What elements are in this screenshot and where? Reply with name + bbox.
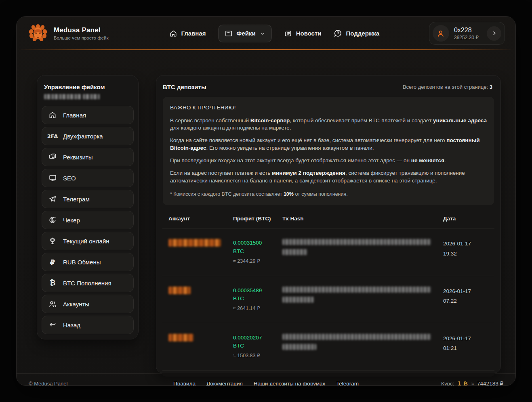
main-nav: Главная Фейки Новости xyxy=(169,25,380,42)
nav-label: Новости xyxy=(296,30,322,37)
sidebar-item-2fa[interactable]: 2FA Двухфакторка xyxy=(42,127,134,145)
txhash-cell xyxy=(282,287,443,307)
profit-cell: 0.00020207 BTC ≈ 1503.83 ₽ xyxy=(233,334,282,360)
col-header-account: Аккаунт xyxy=(168,216,233,222)
footer-link-rules[interactable]: Правила xyxy=(173,381,196,386)
date-cell: 2026-01-17 01:21 xyxy=(443,334,488,354)
medusa-logo-icon xyxy=(28,23,48,44)
user-info: 0x228 39252.30 ₽ xyxy=(454,27,479,40)
sidebar-item-checker[interactable]: Чекер xyxy=(42,211,134,229)
profit-cell: 0.00031500 BTC ≈ 2344.29 ₽ xyxy=(233,239,282,265)
footer-link-telegram[interactable]: Telegram xyxy=(336,381,359,386)
bitcoin-icon: ₿ xyxy=(48,278,57,287)
col-header-profit: Профит (BTC) xyxy=(233,216,282,222)
btc-deposits-card: BTC депозиты Всего депозитов на этой стр… xyxy=(156,75,501,373)
brand-tagline: Больше чем просто фейк xyxy=(54,36,109,40)
redacted-account-name xyxy=(168,239,221,247)
sidebar-item-seo[interactable]: SEO xyxy=(42,169,134,187)
brand-text: Medusa Panel Больше чем просто фейк xyxy=(54,26,109,40)
redacted-account-name xyxy=(168,287,191,294)
page-title: BTC депозиты xyxy=(163,84,206,90)
home-icon xyxy=(48,111,57,119)
col-header-date: Дата xyxy=(443,216,488,222)
news-icon xyxy=(284,29,292,38)
notice-paragraph: В сервис встроен собственный Bitcoin-сер… xyxy=(170,117,487,132)
nav-item-support[interactable]: Поддержка xyxy=(334,29,380,38)
user-name: 0x228 xyxy=(454,27,479,34)
redacted-fake-name xyxy=(44,94,81,99)
redacted-fake-name xyxy=(83,94,100,99)
copyright: © Medusa Panel xyxy=(29,381,67,386)
footer-link-docs[interactable]: Документация xyxy=(206,381,243,386)
sidebar-item-btc-deposits[interactable]: ₿ BTC Пополнения xyxy=(42,274,134,292)
content-area: Управление фейком Главная 2FA Двухфактор… xyxy=(17,50,515,373)
brand: Medusa Panel Больше чем просто фейк xyxy=(28,23,109,44)
btc-rate-rub: 7442183 ₽ xyxy=(477,380,503,386)
brand-name: Medusa Panel xyxy=(54,26,109,34)
user-menu-button[interactable] xyxy=(487,26,501,41)
redacted-txhash xyxy=(282,297,314,303)
profit-cell: 0.00035489 BTC ≈ 2641.14 ₽ xyxy=(233,287,282,312)
col-header-txhash: Tx Hash xyxy=(282,216,443,222)
txhash-cell xyxy=(282,334,443,354)
sidebar-item-requisites[interactable]: Реквизиты xyxy=(42,148,134,166)
redacted-txhash xyxy=(282,249,307,255)
notice-paragraph: Когда на сайте появляется новый аккаунт … xyxy=(170,137,487,152)
chevron-down-icon xyxy=(260,31,265,36)
sidebar-item-current-online[interactable]: Текущий онлайн xyxy=(42,232,134,250)
footer-links: Правила Документация Наши депозиты на фо… xyxy=(173,381,359,386)
account-cell xyxy=(168,239,233,247)
cards-icon xyxy=(48,153,57,161)
table-row: 0.00031500 BTC ≈ 2344.29 ₽ 2026-01-17 19… xyxy=(162,228,494,276)
ruble-icon: ₽ xyxy=(48,258,57,266)
card-header: BTC депозиты Всего депозитов на этой стр… xyxy=(156,75,500,97)
commission-footnote: * Комиссия с каждого BTC депозита состав… xyxy=(170,191,487,198)
sidebar-title: Управление фейком xyxy=(42,83,134,106)
back-arrow-icon xyxy=(48,321,57,329)
date-cell: 2026-01-17 19:32 xyxy=(443,239,488,259)
support-icon xyxy=(334,29,342,38)
browser-icon xyxy=(225,29,233,38)
globe-icon xyxy=(48,237,57,245)
users-icon xyxy=(48,300,57,308)
nav-item-news[interactable]: Новости xyxy=(284,29,322,38)
fake-management-sidebar: Управление фейком Главная 2FA Двухфактор… xyxy=(37,75,139,339)
seo-monitor-icon xyxy=(48,174,57,182)
account-cell xyxy=(168,287,233,294)
telegram-icon xyxy=(48,195,57,203)
redacted-txhash xyxy=(282,344,316,350)
sidebar-item-accounts[interactable]: Аккаунты xyxy=(42,295,134,313)
deposits-table: Аккаунт Профит (BTC) Tx Hash Дата 0.0003… xyxy=(162,216,494,371)
user-account-widget[interactable]: 0x228 39252.30 ₽ xyxy=(429,22,505,45)
nav-label: Главная xyxy=(181,30,206,37)
sidebar-item-back[interactable]: Назад xyxy=(42,316,134,334)
nav-item-fakes-dropdown[interactable]: Фейки xyxy=(218,25,272,42)
home-icon xyxy=(169,29,177,38)
top-header: Medusa Panel Больше чем просто фейк Глав… xyxy=(17,17,515,50)
redacted-txhash xyxy=(282,287,431,293)
nav-label: Поддержка xyxy=(346,30,380,37)
notice-paragraph: Если на адрес поступает платеж и есть ми… xyxy=(170,170,487,185)
date-cell: 2026-01-17 07:22 xyxy=(443,287,488,306)
redacted-txhash xyxy=(282,334,431,340)
sidebar-item-rub-exchanges[interactable]: ₽ RUB Обмены xyxy=(42,253,134,271)
footer-link-forum-deposits[interactable]: Наши депозиты на форумах xyxy=(254,381,326,386)
checker-target-icon xyxy=(48,216,57,224)
nav-item-home[interactable]: Главная xyxy=(169,29,206,38)
sidebar-item-telegram[interactable]: Телеграм xyxy=(42,190,134,208)
user-balance: 39252.30 ₽ xyxy=(454,35,479,40)
app-window: Medusa Panel Больше чем просто фейк Глав… xyxy=(16,16,516,386)
redacted-account-name xyxy=(168,334,193,341)
btc-rate: Курс: 1 ₿ ≈ 7442183 ₽ xyxy=(441,380,503,386)
important-notice: ВАЖНО К ПРОЧТЕНИЮ! В сервис встроен собс… xyxy=(163,97,494,205)
notice-paragraph: При последующих входах на этот аккаунт в… xyxy=(170,157,487,165)
avatar xyxy=(433,25,449,42)
sidebar-item-home[interactable]: Главная xyxy=(42,106,134,124)
txhash-cell xyxy=(282,239,443,259)
redacted-txhash xyxy=(282,239,431,245)
notice-heading: ВАЖНО К ПРОЧТЕНИЮ! xyxy=(170,104,487,112)
table-row: 0.00035489 BTC ≈ 2641.14 ₽ 2026-01-17 07… xyxy=(162,276,494,323)
nav-label: Фейки xyxy=(237,30,256,37)
account-cell xyxy=(168,334,233,341)
deposits-total: Всего депозитов на этой странице: 3 xyxy=(403,84,492,90)
